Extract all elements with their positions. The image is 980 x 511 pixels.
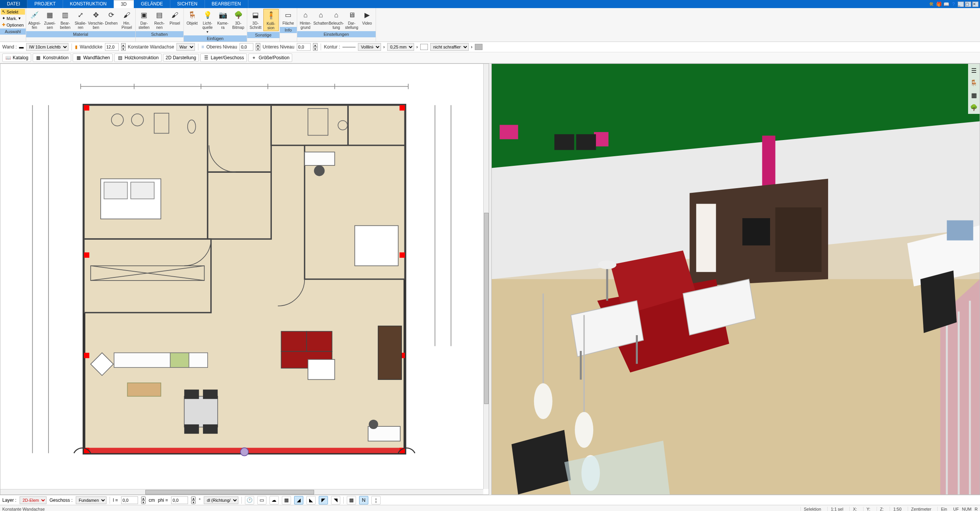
wanddicke-down[interactable]: ▼ — [121, 47, 126, 51]
help-icon[interactable]: ? — [950, 1, 957, 7]
tab-bearbeiten[interactable]: BEARBEITEN — [205, 0, 248, 8]
phi-input[interactable] — [171, 496, 188, 504]
hinpinsel-button[interactable]: 🖌Hin.Pinsel — [119, 9, 135, 30]
verschieben-button[interactable]: ✥Verschie-ben — [88, 9, 104, 30]
tools-icon[interactable]: 🛠 — [928, 1, 935, 7]
bearbeiten-button[interactable]: ▥Bear-beiten — [58, 9, 73, 30]
flaeche-button[interactable]: ▭Fläche — [281, 9, 296, 26]
abgreifen-button[interactable]: 💉Abgrei-fen — [27, 9, 42, 30]
kamera-button[interactable]: 📷Kame-ra — [215, 9, 231, 35]
viewmode3-button[interactable]: ◤ — [319, 496, 328, 504]
unteres-input[interactable] — [297, 43, 311, 51]
3dschnitt-button[interactable]: ⬓3D-Schnitt — [248, 9, 263, 31]
close-icon[interactable]: ✕ — [972, 2, 978, 7]
l-down[interactable]: ▼ — [141, 500, 146, 504]
schraffur-select[interactable]: nicht schraffiert — [430, 43, 469, 51]
svg-rect-52 — [355, 225, 398, 266]
svg-rect-42 — [127, 383, 161, 396]
clock-button[interactable]: 🕐 — [245, 496, 254, 504]
expand-icon-3[interactable]: › — [471, 44, 473, 50]
tab-gelaende[interactable]: GELÄNDE — [134, 0, 170, 8]
cloud-button[interactable]: ☁ — [270, 496, 279, 504]
tab-projekt[interactable]: PROJEKT — [27, 0, 63, 8]
darstellung-button[interactable]: 🖥Dar-stellung — [344, 9, 359, 30]
tab-3d[interactable]: 3D — [114, 0, 134, 8]
layers-icon[interactable]: ☰ — [970, 66, 978, 75]
svg-rect-28 — [281, 331, 306, 351]
floorplan-canvas[interactable] — [0, 64, 489, 494]
restore-icon[interactable]: ▢ — [965, 2, 971, 7]
scrollbar-horizontal[interactable] — [0, 489, 483, 494]
optionen-button[interactable]: ✚Optionen — [1, 22, 25, 28]
hintergrund-button[interactable]: ⌂Hinter-grund — [298, 9, 313, 30]
book-icon[interactable]: 📖 — [943, 1, 949, 7]
konstruktion-button[interactable]: ▦Konstruktion — [33, 53, 72, 62]
katalog-button[interactable]: 📖Katalog — [2, 53, 31, 62]
unteres-down[interactable]: ▼ — [313, 47, 318, 51]
beleuchtung-button[interactable]: ⌂Beleuch-tung — [329, 9, 344, 30]
tab-datei[interactable]: DATEI — [0, 0, 27, 8]
minimize-icon[interactable]: _ — [958, 2, 964, 7]
chair-panel-icon[interactable]: 🪑 — [970, 78, 978, 87]
color-tool-button[interactable]: ▦ — [282, 496, 291, 504]
dl-select[interactable]: dl (Richtung/Di — [204, 496, 238, 504]
geschoss-select[interactable]: Fundament — [76, 496, 106, 504]
3d-canvas[interactable] — [492, 64, 980, 494]
info-divider-button[interactable]: ¦ — [371, 496, 381, 504]
scrollbar-vertical[interactable] — [483, 64, 489, 489]
oberes-input[interactable] — [240, 43, 253, 51]
viewport-2d[interactable] — [0, 63, 489, 495]
wanddicke-input[interactable] — [105, 43, 119, 51]
lichtquelle-button[interactable]: 💡Licht-quelle▾ — [200, 9, 215, 35]
cam-button[interactable]: ▭ — [257, 496, 266, 504]
svg-rect-14 — [208, 172, 271, 239]
l-input[interactable] — [121, 496, 138, 504]
viewport-3d[interactable]: ☰ 🪑 ▦ 🌳 — [491, 63, 980, 495]
skalieren-button[interactable]: ⤢Skalie-ren — [73, 9, 88, 30]
3dbitmap-button[interactable]: 🌳3D-Bitmap — [231, 9, 246, 35]
grid-button[interactable]: ▦ — [347, 496, 356, 504]
selekt-button[interactable]: ↖Selekt — [1, 9, 25, 15]
video-button[interactable]: ▶Video — [359, 9, 375, 30]
objekt-button[interactable]: 🪑Objekt — [185, 9, 200, 35]
oberes-down[interactable]: ▼ — [256, 47, 260, 51]
drehen-button[interactable]: ⟳Drehen — [104, 9, 119, 30]
layer-geschoss-button[interactable]: ☰Layer/Geschoss — [200, 53, 247, 62]
2d-darstellung-button[interactable]: 2D Darstellung — [163, 54, 199, 62]
viewmode1-button[interactable]: ◢ — [294, 496, 303, 504]
north-button[interactable]: N — [359, 496, 368, 504]
tab-konstruktion[interactable]: KONSTRUKTION — [63, 0, 114, 8]
zuweisen-button[interactable]: ▦Zuwei-sen — [42, 9, 58, 30]
holzkonstruktion-button[interactable]: ▤Holzkonstruktion — [114, 53, 161, 62]
pattern-color-swatch[interactable] — [475, 44, 483, 50]
layer-select[interactable]: 2D-Element — [20, 496, 47, 504]
schatten-button[interactable]: ⌂Schatten — [313, 9, 329, 30]
wandflaechen-button[interactable]: ▦Wandflächen — [73, 53, 113, 62]
rechnen-button[interactable]: ▤Rech-nen — [152, 9, 167, 30]
oberes-up[interactable]: ▲ — [256, 43, 260, 47]
l-up[interactable]: ▲ — [141, 496, 146, 500]
groesse-position-button[interactable]: ⌖Größe/Position — [248, 53, 292, 62]
mark-button[interactable]: ✦Mark.▾ — [1, 15, 25, 21]
darstellen-button[interactable]: ▣Dar-stellen — [136, 9, 152, 30]
unteres-up[interactable]: ▲ — [313, 43, 318, 47]
wand-type-select[interactable]: IW 10cm Leichtbeton — [26, 43, 68, 51]
gift-icon[interactable]: 🎁 — [936, 1, 942, 7]
kontur-color-swatch[interactable] — [420, 44, 428, 50]
tab-sichten[interactable]: SICHTEN — [170, 0, 205, 8]
pinsel-button[interactable]: 🖌Pinsel — [167, 9, 183, 30]
terrain-tree-icon[interactable]: 🌳 — [970, 103, 978, 112]
wandachse-select[interactable]: Wanda — [176, 43, 195, 51]
viewmode4-button[interactable]: ◥ — [331, 496, 340, 504]
wanddicke-up[interactable]: ▲ — [121, 43, 126, 47]
kontur-line-select[interactable]: Volllinie — [358, 43, 381, 51]
color-palette-icon[interactable]: ▦ — [970, 91, 978, 99]
expand-icon-2[interactable]: › — [416, 44, 418, 50]
viewmode2-button[interactable]: ◣ — [306, 496, 316, 504]
phi-down[interactable]: ▼ — [191, 500, 196, 504]
kollision-button[interactable]: 🧍Kolli-sion — [263, 9, 279, 31]
phi-up[interactable]: ▲ — [191, 496, 196, 500]
expand-icon[interactable]: › — [383, 44, 385, 50]
kontur-width-select[interactable]: 0,25 mm — [387, 43, 414, 51]
group-label-info: Info — [280, 27, 297, 33]
